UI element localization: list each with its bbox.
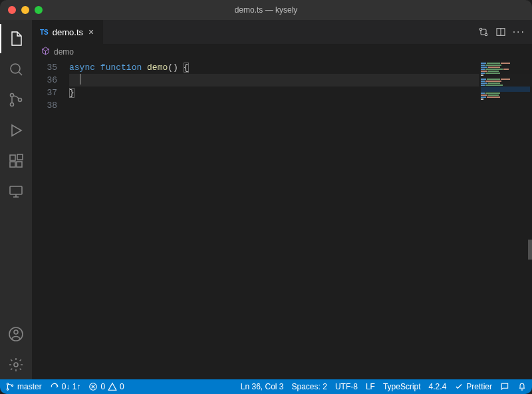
cursor-position[interactable]: Ln 36, Col 3 — [241, 382, 284, 391]
code-editor[interactable]: 35 36 37 38 async function demo() { } — [32, 60, 532, 379]
code-line[interactable]: async function demo() { — [69, 61, 532, 74]
search-icon[interactable] — [0, 55, 32, 84]
indentation[interactable]: Spaces: 2 — [292, 382, 327, 391]
svg-rect-6 — [17, 162, 22, 167]
more-actions-icon[interactable]: ··· — [513, 26, 525, 38]
scrollbar-thumb[interactable] — [528, 240, 532, 260]
problems[interactable]: 0 0 — [88, 382, 124, 391]
svg-point-15 — [7, 383, 8, 385]
svg-point-0 — [11, 64, 20, 73]
code-line[interactable] — [69, 99, 532, 112]
explorer-icon[interactable] — [0, 24, 32, 53]
split-editor-icon[interactable] — [495, 27, 506, 37]
svg-point-3 — [19, 98, 22, 102]
source-control-icon[interactable] — [0, 85, 32, 114]
formatter[interactable]: Prettier — [454, 382, 492, 391]
accounts-icon[interactable] — [0, 319, 32, 349]
encoding[interactable]: UTF-8 — [335, 382, 358, 391]
line-number-gutter: 35 36 37 38 — [32, 60, 69, 379]
svg-point-12 — [479, 28, 481, 30]
feedback-icon[interactable] — [500, 382, 509, 391]
git-sync[interactable]: 0↓ 1↑ — [50, 382, 81, 391]
window-controls — [0, 6, 43, 14]
svg-rect-7 — [17, 154, 23, 160]
settings-gear-icon[interactable] — [0, 350, 32, 379]
code-line-current[interactable] — [69, 74, 532, 87]
language-mode[interactable]: TypeScript — [383, 382, 421, 391]
minimize-window-button[interactable] — [21, 6, 29, 14]
eol[interactable]: LF — [366, 382, 375, 391]
svg-point-16 — [7, 389, 8, 390]
svg-point-11 — [14, 363, 18, 367]
extensions-icon[interactable] — [0, 146, 32, 176]
titlebar[interactable]: demo.ts — kysely — [0, 0, 532, 20]
maximize-window-button[interactable] — [35, 6, 43, 14]
svg-rect-5 — [10, 162, 15, 167]
tab-filename: demo.ts — [53, 27, 83, 37]
minimap[interactable] — [479, 60, 532, 113]
compare-changes-icon[interactable] — [478, 27, 489, 37]
svg-rect-8 — [10, 186, 22, 194]
typescript-file-icon: TS — [40, 29, 49, 36]
status-bar: master 0↓ 1↑ 0 0 Ln 36, Col 3 Spaces: 2 … — [0, 379, 532, 394]
symbol-icon — [41, 47, 50, 57]
remote-icon[interactable] — [0, 177, 32, 206]
tab-demo-ts[interactable]: TS demo.ts × — [32, 20, 104, 44]
close-window-button[interactable] — [8, 6, 16, 14]
close-tab-icon[interactable]: × — [87, 27, 95, 37]
window-title: demo.ts — kysely — [0, 5, 532, 15]
notifications-bell-icon[interactable] — [517, 382, 527, 391]
editor-tabs: TS demo.ts × ··· — [32, 20, 532, 44]
svg-rect-4 — [10, 155, 15, 160]
run-debug-icon[interactable] — [0, 116, 32, 145]
breadcrumb-symbol: demo — [54, 47, 74, 57]
svg-point-13 — [485, 33, 487, 35]
typescript-version[interactable]: 4.2.4 — [429, 382, 447, 391]
code-line[interactable]: } — [69, 87, 532, 99]
activity-bar — [0, 20, 32, 379]
git-branch[interactable]: master — [5, 382, 42, 391]
svg-point-2 — [11, 103, 14, 106]
svg-point-10 — [14, 330, 18, 334]
text-cursor — [80, 74, 81, 85]
svg-point-1 — [11, 94, 14, 97]
breadcrumbs[interactable]: demo — [32, 44, 532, 60]
